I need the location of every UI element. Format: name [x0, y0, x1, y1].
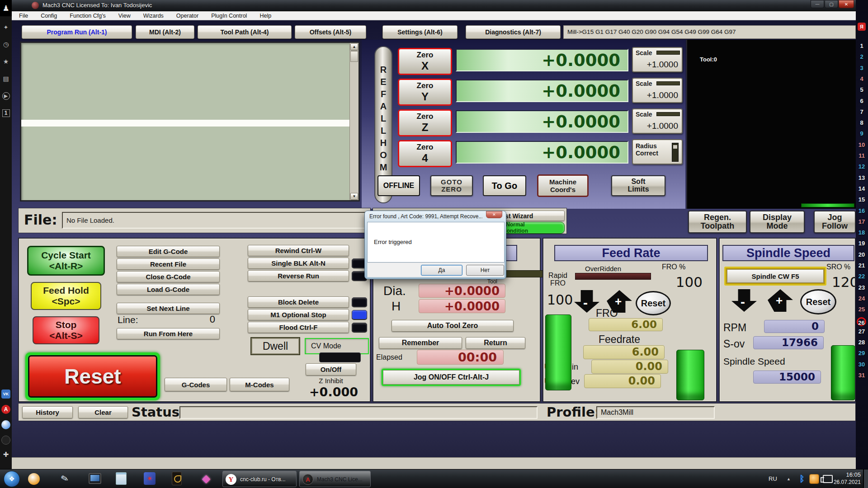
tray-expand-icon[interactable]: ▲ — [787, 477, 791, 481]
phone-app-icon[interactable] — [172, 472, 182, 485]
onoff-button[interactable]: On/Off — [306, 363, 356, 375]
clear-button[interactable]: Clear — [78, 406, 128, 418]
file-name-field[interactable]: No File Loaded. — [62, 212, 368, 229]
close-gcode-button[interactable]: Close G-Code — [117, 271, 220, 282]
to-go-button[interactable]: To Go — [483, 175, 526, 196]
set-next-line-button[interactable]: Set Next Line — [117, 303, 220, 314]
jog-onoff-button[interactable]: Jog ON/OFF Ctrl-Alt-J — [382, 369, 521, 386]
block-delete-button[interactable]: Block Delete — [248, 296, 349, 308]
sov-value[interactable]: 17966 — [753, 336, 824, 349]
start-button[interactable]: ❖ — [4, 471, 20, 487]
show-desktop-button[interactable] — [863, 469, 868, 488]
display-mode-button[interactable]: Display Mode — [750, 211, 805, 233]
profile-field[interactable]: Mach3Mill — [596, 406, 715, 419]
zero-y-button[interactable]: ZeroY — [398, 79, 452, 106]
scale-x-slider[interactable] — [656, 51, 680, 55]
line-value[interactable]: 0 — [186, 314, 215, 325]
mcodes-button[interactable]: M-Codes — [230, 378, 289, 391]
fro-value[interactable]: 6.00 — [589, 318, 663, 331]
zero-4-button[interactable]: Zero4 — [398, 140, 452, 167]
cycle-start-button[interactable]: Cycle Start <Alt-R> — [27, 246, 105, 276]
dro-4-value[interactable]: +0.0000 — [456, 141, 628, 164]
reverse-run-button[interactable]: Reverse Run — [248, 270, 349, 282]
maximize-button[interactable]: ▢ — [825, 0, 838, 8]
clock-icon[interactable]: ◷ — [0, 40, 12, 49]
tab-settings[interactable]: Settings (Alt-6) — [382, 25, 458, 39]
gcode-scrollbar[interactable]: ▲ ▼ — [349, 43, 359, 200]
notepad-app-icon[interactable] — [116, 472, 127, 485]
auto-tool-zero-button[interactable]: Auto Tool Zero — [392, 320, 514, 332]
feed-reset-button[interactable]: Reset — [636, 291, 671, 315]
jog-follow-button[interactable]: Jog Follow — [814, 211, 856, 233]
dro-z-value[interactable]: +0.0000 — [456, 110, 628, 133]
run-from-here-button[interactable]: Run From Here — [117, 328, 220, 339]
menu-wizards[interactable]: Wizards — [142, 13, 165, 19]
error-dialog-close-icon[interactable]: ✕ — [486, 211, 502, 218]
red-a-icon[interactable]: A — [1, 405, 10, 414]
menu-operator[interactable]: Operator — [175, 13, 199, 19]
goto-zero-button[interactable]: GOTO ZERO — [430, 175, 473, 196]
scale-x-value[interactable]: +1.0000 — [647, 60, 678, 70]
scale-y-value[interactable]: +1.0000 — [647, 90, 678, 100]
news-icon[interactable]: ▤ — [0, 74, 12, 83]
spindle-cw-button[interactable]: Spindle CW F5 — [724, 267, 826, 286]
close-button[interactable]: ✕ — [839, 0, 854, 8]
gcodes-button[interactable]: G-Codes — [165, 378, 227, 391]
pen-app-icon[interactable]: ✎ — [57, 471, 72, 486]
fro-slider[interactable] — [545, 314, 571, 390]
star-icon[interactable]: ★ — [0, 57, 12, 66]
spindle-reset-button[interactable]: Reset — [800, 289, 836, 314]
user-icon[interactable]: ♟ — [0, 0, 12, 16]
dialog-no-button[interactable]: Нет — [466, 265, 504, 276]
flood-button[interactable]: Flood Ctrl-F — [248, 322, 349, 333]
paint-app-icon[interactable] — [28, 473, 40, 485]
history-button[interactable]: History — [22, 406, 73, 418]
dro-x-value[interactable]: +0.0000 — [456, 49, 628, 71]
feed-raise-slider[interactable] — [676, 350, 704, 400]
bell-icon[interactable]: ✦ — [0, 23, 12, 32]
tab-program-run[interactable]: Program Run (Alt-1) — [22, 25, 132, 39]
menu-config[interactable]: Config — [40, 13, 58, 19]
language-indicator[interactable]: RU — [769, 475, 777, 482]
menu-function-cfgs[interactable]: Function Cfg's — [69, 13, 107, 19]
tab-diagnostics[interactable]: Diagnostics (Alt-7) — [466, 25, 561, 39]
menu-view[interactable]: View — [118, 13, 132, 19]
machine-coords-button[interactable]: Machine Coord's — [537, 174, 589, 197]
rewind-button[interactable]: Rewind Ctrl-W — [248, 245, 349, 256]
toolpath-display[interactable]: Tool:0 — [686, 40, 856, 209]
dark-app-icon[interactable] — [1, 436, 10, 445]
dia-value[interactable]: +0.0000 — [419, 284, 505, 298]
mail-icon[interactable] — [1, 420, 10, 429]
spindle-plus-button[interactable]: + — [768, 289, 793, 312]
scroll-down-arrow[interactable]: ▼ — [350, 193, 358, 200]
stop-button[interactable]: Stop <Alt-S> — [33, 316, 99, 344]
offline-button[interactable]: OFFLINE — [377, 175, 420, 196]
zero-x-button[interactable]: ZeroX — [398, 48, 452, 75]
spindle-minus-button[interactable]: - — [731, 289, 757, 312]
tray-orange-icon[interactable] — [809, 474, 819, 484]
zero-z-button[interactable]: ZeroZ — [398, 109, 452, 136]
scroll-thumb[interactable] — [350, 51, 358, 62]
return-button[interactable]: Return — [466, 337, 525, 349]
taskbar-window-yandex[interactable]: Y cnc-club.ru - Отв... — [222, 471, 297, 487]
tab-offsets[interactable]: Offsets (Alt-5) — [295, 25, 366, 39]
vk-icon[interactable]: VK — [1, 389, 10, 399]
z-inhibit-value[interactable]: +0.000 — [303, 385, 358, 399]
play-icon[interactable]: ▶ — [0, 91, 12, 100]
single-blk-button[interactable]: Single BLK Alt-N — [248, 258, 349, 269]
spindle-slider[interactable] — [831, 345, 855, 400]
feed-hold-button[interactable]: Feed Hold <Spc> — [31, 282, 101, 310]
dro-y-value[interactable]: +0.0000 — [456, 80, 628, 102]
reset-button[interactable]: Reset — [25, 352, 160, 400]
regen-toolpath-button[interactable]: Regen. Toolpath — [688, 211, 747, 233]
clock-time[interactable]: 16:05 — [835, 471, 861, 478]
one-badge-icon[interactable]: 1 — [0, 108, 12, 117]
edit-gcode-button[interactable]: Edit G-Code — [117, 246, 220, 257]
scale-y-slider[interactable] — [656, 81, 680, 85]
h-value[interactable]: +0.0000 — [419, 299, 505, 313]
soft-limits-button[interactable]: Soft Limits — [611, 175, 665, 196]
tab-tool-path[interactable]: Tool Path (Alt-4) — [198, 25, 292, 39]
spindle-speed-value[interactable]: 15000 — [753, 371, 821, 384]
tab-mdi[interactable]: MDI (Alt-2) — [136, 25, 194, 39]
taskbar-window-mach3[interactable]: A Mach3 CNC Lice... — [299, 471, 371, 487]
